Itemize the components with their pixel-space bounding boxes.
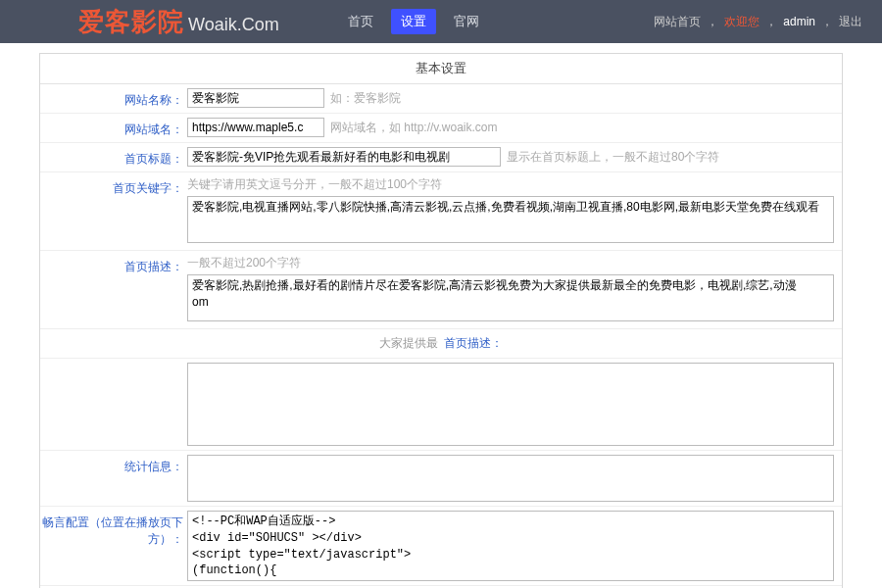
topbar: 爱客影院 Woaik.Com 首页 设置 官网 网站首页 ， 欢迎您 ， adm… <box>0 0 882 43</box>
label-domain: 网站域名： <box>40 118 187 138</box>
row-domain: 网站域名： 网站域名，如 http://v.woaik.com <box>40 114 842 143</box>
hint-title: 显示在首页标题上，一般不超过80个字符 <box>507 149 719 166</box>
hint-keywords: 关键字请用英文逗号分开，一般不超过100个字符 <box>187 176 834 193</box>
label-desc: 首页描述： <box>40 255 187 275</box>
input-domain[interactable] <box>187 118 324 137</box>
textarea-keywords[interactable] <box>187 196 834 243</box>
row-title: 首页标题： 显示在首页标题上，一般不超过80个字符 <box>40 143 842 172</box>
label-stats: 统计信息： <box>40 455 187 475</box>
hint-domain: 网站域名，如 http://v.woaik.com <box>330 120 497 136</box>
logo-cn: 爱客影院 <box>78 5 184 39</box>
current-user: admin <box>783 15 815 28</box>
textarea-blank[interactable] <box>187 363 834 446</box>
label-comments: 畅言配置（位置在播放页下方）： <box>40 511 187 548</box>
welcome-text: 欢迎您 <box>724 14 760 30</box>
logo-en: Woaik.Com <box>188 15 279 35</box>
top-right: 网站首页 ， 欢迎您 ， admin ， 退出 <box>654 14 862 30</box>
textarea-desc[interactable] <box>187 274 834 321</box>
main-nav: 首页 设置 官网 <box>338 9 489 34</box>
row-site-name: 网站名称： 如：爱客影院 <box>40 84 842 114</box>
row-stats: 统计信息： <box>40 451 842 507</box>
row-desc: 首页描述： 一般不超过200个字符 <box>40 251 842 329</box>
label-title: 首页标题： <box>40 147 187 168</box>
overlay-text: 大家提供最 <box>379 335 438 352</box>
row-overlay: 大家提供最 首页描述： <box>40 329 842 359</box>
row-blank <box>40 359 842 451</box>
row-keywords: 首页关键字： 关键字请用英文逗号分开，一般不超过100个字符 <box>40 172 842 251</box>
logo: 爱客影院 Woaik.Com <box>78 5 279 39</box>
logout-link[interactable]: 退出 <box>839 14 862 30</box>
label-site-name: 网站名称： <box>40 88 187 109</box>
link-site-home[interactable]: 网站首页 <box>654 14 701 30</box>
textarea-comments[interactable] <box>187 511 834 581</box>
row-comments: 畅言配置（位置在播放页下方）： <box>40 507 842 586</box>
nav-settings[interactable]: 设置 <box>391 9 436 34</box>
overlay-label: 首页描述： <box>444 335 503 352</box>
nav-home[interactable]: 首页 <box>338 9 383 34</box>
hint-site-name: 如：爱客影院 <box>330 90 401 107</box>
nav-official[interactable]: 官网 <box>444 9 489 34</box>
hint-desc: 一般不超过200个字符 <box>187 255 834 271</box>
input-title[interactable] <box>187 147 501 167</box>
settings-panel: 基本设置 网站名称： 如：爱客影院 网站域名： 网站域名，如 http://v.… <box>39 53 843 588</box>
input-site-name[interactable] <box>187 88 324 108</box>
textarea-stats[interactable] <box>187 455 834 502</box>
section-title: 基本设置 <box>40 54 842 84</box>
label-keywords: 首页关键字： <box>40 176 187 197</box>
